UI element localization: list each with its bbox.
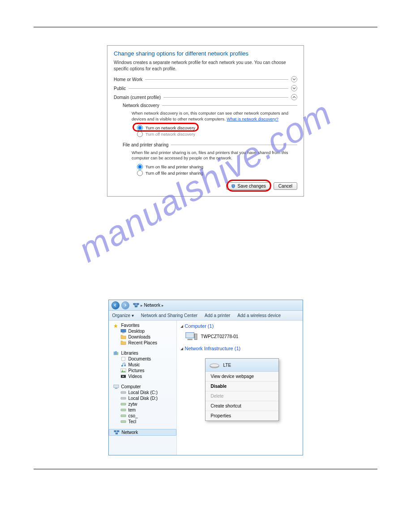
svg-rect-6 <box>115 352 116 355</box>
sidebar-item-computer[interactable]: Computer <box>109 384 176 390</box>
network-icon <box>114 430 120 435</box>
sidebar-item-videos[interactable]: Videos <box>109 373 176 379</box>
sidebar-item-label: Computer <box>121 384 141 389</box>
radio-input[interactable] <box>137 125 143 131</box>
breadcrumb-label: Network <box>144 303 161 308</box>
profile-home[interactable]: Home or Work <box>114 76 297 82</box>
radio-nd-off[interactable]: Turn off network discovery <box>137 131 297 137</box>
group-computer[interactable]: ◢ Computer (1) <box>180 323 299 329</box>
svg-rect-14 <box>113 385 118 388</box>
profile-label: Public <box>114 86 126 91</box>
disk-icon <box>120 396 126 401</box>
sidebar-item-label: Desktop <box>128 329 145 334</box>
sidebar-item-label: Music <box>128 362 140 367</box>
sidebar-item-desktop[interactable]: Desktop <box>109 328 176 334</box>
sidebar-item-netdrive[interactable]: Tecl <box>109 419 176 425</box>
sidebar-item-downloads[interactable]: Downloads <box>109 334 176 340</box>
nav-forward-button[interactable] <box>121 301 129 309</box>
sidebar-item-libraries[interactable]: Libraries <box>109 350 176 356</box>
svg-rect-22 <box>114 431 116 432</box>
subdescription: When file and printer sharing is on, fil… <box>132 150 297 162</box>
document-icon <box>120 356 126 361</box>
ctx-properties[interactable]: Properties <box>206 411 278 420</box>
ctx-disable[interactable]: Disable <box>206 381 278 391</box>
svg-rect-21 <box>120 420 125 423</box>
folder-icon <box>120 335 126 339</box>
radio-fp-on[interactable]: Turn on file and printer sharing <box>137 164 297 170</box>
toolbar-add-wireless[interactable]: Add a wireless device <box>237 313 281 318</box>
radio-nd-on[interactable]: Turn on network discovery <box>137 125 297 131</box>
radio-input[interactable] <box>137 164 143 170</box>
svg-rect-27 <box>194 334 197 340</box>
sidebar-item-documents[interactable]: Documents <box>109 356 176 362</box>
profile-label: Home or Work <box>114 77 142 82</box>
netdrive-icon <box>120 402 126 407</box>
folder-icon <box>120 340 126 345</box>
dialog-description: Windows creates a separate network profi… <box>114 60 297 72</box>
ctx-view-webpage[interactable]: View device webpage <box>206 372 278 381</box>
svg-point-12 <box>122 369 123 370</box>
sidebar-item-pictures[interactable]: Pictures <box>109 368 176 373</box>
ctx-create-shortcut[interactable]: Create shortcut <box>206 401 278 411</box>
profile-domain[interactable]: Domain (current profile) <box>114 94 297 100</box>
radio-label: Turn on network discovery <box>146 125 195 130</box>
save-changes-button[interactable]: Save changes <box>226 182 270 190</box>
link-what-is[interactable]: What is network discovery? <box>227 116 278 121</box>
group-infrastructure[interactable]: ◢ Network Infrastructure (1) <box>180 346 299 351</box>
svg-rect-4 <box>122 333 124 333</box>
device-computer[interactable]: TWPCZT02778-01 <box>185 331 299 341</box>
context-menu: LTE View device webpage Disable Delete C… <box>205 358 279 421</box>
context-menu-header[interactable]: LTE <box>206 359 278 372</box>
breadcrumb[interactable]: ▸ Network ▸ <box>133 303 164 308</box>
chevron-up-icon[interactable] <box>291 94 297 100</box>
netdrive-icon <box>120 419 126 424</box>
chevron-down-icon[interactable] <box>291 76 297 82</box>
svg-point-9 <box>121 365 123 367</box>
toolbar-organize[interactable]: Organize ▾ <box>112 313 134 318</box>
sidebar-item-label: Libraries <box>121 351 138 356</box>
sidebar-item-favorites[interactable]: ★ Favorites <box>109 322 176 328</box>
triangle-icon: ◢ <box>180 324 183 328</box>
svg-rect-19 <box>120 409 125 411</box>
computer-icon <box>185 331 197 341</box>
profile-public[interactable]: Public <box>114 85 297 91</box>
radio-label: Turn off network discovery <box>146 132 195 137</box>
pictures-icon <box>120 368 126 373</box>
sidebar-item-disk-d[interactable]: Local Disk (D:) <box>109 395 176 401</box>
cancel-button[interactable]: Cancel <box>274 182 297 190</box>
sidebar-item-disk-c[interactable]: Local Disk (C:) <box>109 390 176 395</box>
sidebar-item-network[interactable]: Network <box>109 429 176 436</box>
toolbar-add-printer[interactable]: Add a printer <box>205 313 230 318</box>
router-icon <box>209 361 220 369</box>
sidebar-item-label: Downloads <box>128 335 150 339</box>
svg-rect-24 <box>116 433 118 434</box>
radio-fp-off[interactable]: Turn off file and printer sharing <box>137 170 297 176</box>
sidebar-item-netdrive[interactable]: cso_ <box>109 413 176 419</box>
sidebar-item-label: Videos <box>128 374 142 379</box>
svg-rect-25 <box>185 333 194 338</box>
explorer-titlebar: ▸ Network ▸ <box>109 300 303 311</box>
nav-back-button[interactable] <box>111 301 120 309</box>
sidebar-item-netdrive[interactable]: zytw <box>109 401 176 407</box>
button-label: Cancel <box>278 184 292 189</box>
explorer-window: ▸ Network ▸ Organize ▾ Network and Shari… <box>108 300 303 455</box>
radio-input[interactable] <box>137 170 143 176</box>
radio-label: Turn on file and printer sharing <box>146 164 203 169</box>
sidebar-item-label: Network <box>122 430 138 435</box>
svg-rect-26 <box>187 339 192 340</box>
sidebar-item-label: Local Disk (D:) <box>128 396 158 401</box>
sidebar-item-label: Favorites <box>121 323 140 328</box>
sidebar-item-label: tem <box>128 408 136 412</box>
subdescription: When network discovery is on, this compu… <box>132 111 297 122</box>
section-file-printer: File and printer sharing When file and p… <box>123 142 297 176</box>
sidebar-item-music[interactable]: Music <box>109 362 176 368</box>
toolbar-nsc[interactable]: Network and Sharing Center <box>141 313 197 318</box>
sidebar-item-label: Pictures <box>128 368 145 373</box>
radio-input[interactable] <box>137 131 143 137</box>
dialog-title: Change sharing options for different net… <box>114 50 297 57</box>
sidebar-item-recent[interactable]: Recent Places <box>109 340 176 346</box>
chevron-down-icon[interactable] <box>291 85 297 91</box>
sidebar-item-label: Tecl <box>128 419 137 424</box>
sidebar-item-netdrive[interactable]: tem <box>109 407 176 413</box>
svg-rect-1 <box>136 303 138 305</box>
